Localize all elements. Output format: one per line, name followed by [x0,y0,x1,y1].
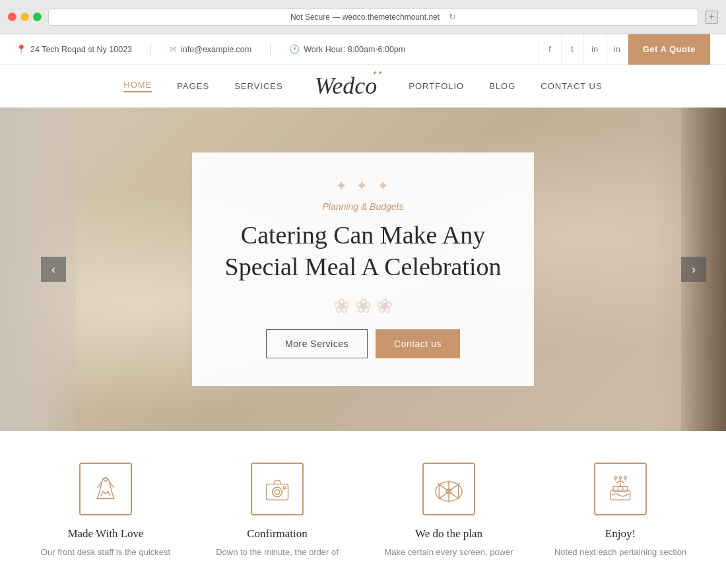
hero-flowers-ornament: ❀ ❀ ❀ [224,294,502,317]
linkedin-icon[interactable]: in [583,34,606,65]
cake-icon-svg [606,474,635,504]
nav-pages[interactable]: PAGES [177,81,209,91]
feature-desc-3: Make certain every screen, power [384,546,513,559]
logo-text: Wedco [315,73,378,99]
get-quote-button[interactable]: Get A Quote [628,34,710,65]
hero-buttons: More Services Contact us [224,329,502,358]
logo[interactable]: Wedco ✦✦ [315,72,378,100]
maximize-button[interactable] [33,13,42,21]
svg-point-4 [283,486,286,489]
slider-prev-button[interactable]: ‹ [41,257,66,282]
nav-services[interactable]: SERVICES [234,81,283,91]
twitter-icon[interactable]: t [561,34,583,65]
address-bar[interactable]: Not Secure — wedco.themetechmount.net ↻ [48,9,698,26]
nav-links-left: HOME PAGES SERVICES [123,80,282,92]
main-nav: HOME PAGES SERVICES Wedco ✦✦ PORTFOLIO B… [0,65,726,108]
top-bar-right: f t in in Get A Quote [539,34,710,65]
top-bar-left: 📍 24 Tech Roqad st Ny 10023 ✉ info@examp… [16,43,539,56]
nav-portfolio[interactable]: PORTFOLIO [409,81,464,91]
divider [150,43,151,56]
browser-chrome: Not Secure — wedco.themetechmount.net ↻ … [0,0,726,34]
hero-title: Catering Can Make Any Special Meal A Cel… [224,220,502,282]
feature-title-3: We do the plan [415,527,482,540]
social-icons: f t in in [539,34,628,65]
divider2 [270,43,271,56]
svg-point-14 [624,476,627,479]
hero-ornament-top: ✦ ✦ ✦ [224,178,502,195]
nav-home[interactable]: HOME [123,80,152,92]
location-icon: 📍 [16,44,26,54]
feature-made-with-love: Made With Love Our front desk staff is t… [26,463,185,559]
hero-card: ✦ ✦ ✦ Planning & Budgets Catering Can Ma… [192,152,534,386]
feature-title-2: Confirmation [247,527,308,540]
svg-point-12 [614,476,617,479]
linkedin2-icon[interactable]: in [606,34,628,65]
bowtie-icon-svg [434,474,463,504]
bow-tie-icon [422,463,475,515]
feature-desc-4: Noted next each pertaining section [554,546,686,559]
hours-text: Work Hour: 8:00am-6:00pm [304,45,405,54]
feature-we-do-plan: We do the plan Make certain every screen… [370,463,528,559]
feature-desc-2: Down to the minute, the order of [216,546,339,559]
feature-title-1: Made With Love [67,527,143,540]
cake-icon [594,463,647,515]
hero-section: ‹ › ✦ ✦ ✦ Planning & Budgets Catering Ca… [0,108,726,431]
more-services-button[interactable]: More Services [266,329,368,358]
wedding-icon-svg [91,474,120,504]
new-tab-button[interactable]: + [705,11,718,24]
chevron-left-icon: ‹ [51,263,55,277]
clock-icon: 🕐 [289,44,300,54]
nav-contact[interactable]: CONTACT US [541,81,602,91]
chevron-right-icon: › [692,263,696,277]
svg-point-2 [273,487,282,497]
top-bar: 📍 24 Tech Roqad st Ny 10023 ✉ info@examp… [0,34,726,65]
hero-subtitle: Planning & Budgets [224,201,502,212]
traffic-lights [8,13,42,21]
url-text: Not Secure — wedco.themetechmount.net [290,13,440,22]
feature-enjoy: Enjoy! Noted next each pertaining sectio… [541,463,700,559]
camera-icon-svg [263,474,292,504]
svg-point-3 [275,490,279,494]
address-info: 📍 24 Tech Roqad st Ny 10023 [16,44,132,54]
feature-confirmation: Confirmation Down to the minute, the ord… [198,463,356,559]
camera-icon [251,463,304,515]
nav-blog[interactable]: BLOG [489,81,515,91]
refresh-icon[interactable]: ↻ [449,12,456,22]
facebook-icon[interactable]: f [539,34,561,65]
hours-info: 🕐 Work Hour: 8:00am-6:00pm [289,44,405,54]
slider-next-button[interactable]: › [681,257,706,282]
email-info: ✉ info@example.com [170,44,251,54]
email-icon: ✉ [170,44,177,54]
address-text: 24 Tech Roqad st Ny 10023 [30,45,132,54]
svg-point-13 [619,476,622,479]
feature-title-4: Enjoy! [605,527,636,540]
minimize-button[interactable] [20,13,29,21]
features-section: Made With Love Our front desk staff is t… [0,431,726,559]
wedding-dress-icon [79,463,132,515]
nav-links-right: PORTFOLIO BLOG CONTACT US [409,81,602,91]
feature-desc-1: Our front desk staff is the quickest [41,546,170,559]
logo-stars: ✦✦ [372,69,382,77]
email-text: info@example.com [181,45,251,54]
svg-rect-8 [613,486,628,491]
close-button[interactable] [8,13,16,21]
contact-us-button[interactable]: Contact us [376,329,460,358]
